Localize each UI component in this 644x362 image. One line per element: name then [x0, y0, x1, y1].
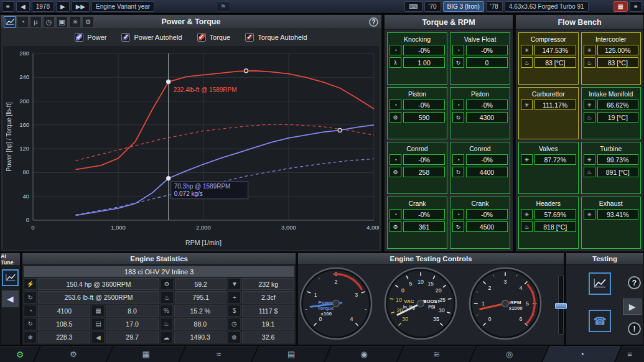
engine-icon: ⚙ [70, 350, 77, 359]
stat-value: 88.0 [174, 318, 226, 330]
card-title: Valves [521, 144, 576, 152]
graph-mode-button[interactable] [2, 269, 19, 286]
power-icon: ⚡ [24, 278, 37, 290]
slider-knob[interactable] [555, 303, 567, 309]
dyno-call-button[interactable]: ☎ [589, 310, 611, 332]
intake-manifold-card: Intake Manifold ✳66.62% ♨19 [°C] [581, 87, 642, 139]
tab-fuel-system[interactable]: ◉ [325, 346, 403, 362]
engine-family-tab[interactable]: BIG 3 (Iron) [443, 1, 484, 12]
topbar-menu-button[interactable]: ≡ [630, 1, 642, 12]
timing-view-button[interactable]: ◷ [43, 16, 55, 28]
stress-gauge-icon: ◔ [390, 154, 401, 165]
production-icon: ▤ [91, 318, 105, 330]
last-year-button[interactable]: ▶▶ [72, 1, 90, 12]
stress-value: -0% [466, 209, 508, 220]
rename-button[interactable]: ⌨ [404, 1, 422, 12]
alert-button[interactable]: ! [628, 322, 641, 335]
torque-rpm-cards: Knocking ◔-0% λ1.00 Valve Float ◔-0% ↻0 … [385, 30, 513, 251]
svg-text:3: 3 [504, 279, 507, 285]
smoothness-icon: ⚙ [161, 278, 174, 290]
part-icon: ⚙ [390, 221, 401, 232]
chart-area: 0408012016020024028001,0002,0003,0004,00… [1, 45, 381, 251]
svg-text:x1000: x1000 [509, 305, 523, 311]
help-button[interactable]: ? [369, 17, 378, 27]
next-step-button[interactable]: ▶ [623, 299, 642, 315]
tab-top-end[interactable]: ▤ [252, 346, 330, 362]
bottom-area: AI Tune ◀ Engine Statistics 183 ci OHV 2… [0, 253, 644, 345]
legend-torque-autoheld[interactable]: Torque Autoheld [245, 33, 307, 42]
friction-view-button[interactable]: µ [30, 16, 42, 28]
power-torque-chart[interactable]: 0408012016020024028001,0002,0003,0004,00… [3, 46, 379, 250]
engine-testing-controls-panel: Engine Testing Controls 01234PowerTorque… [297, 253, 564, 345]
svg-text:1: 1 [314, 292, 317, 298]
torque-autoheld-checkbox[interactable] [245, 33, 254, 42]
stats-row: ⚡150.4 hp @ 3600RPM ⚙59.2 ▼232 kg [24, 278, 294, 290]
card-title: Conrod [390, 144, 445, 152]
tab-forced-induction[interactable]: ◎ [470, 346, 549, 362]
overlay-view-button[interactable]: ▣ [56, 16, 68, 28]
line-chart-icon [5, 18, 15, 26]
tab-engine[interactable]: ⚙ [34, 346, 113, 362]
power-autoheld-checkbox[interactable] [121, 33, 130, 42]
muted-flag-button[interactable]: ⚑ [216, 1, 230, 12]
next-year-button[interactable]: ▶ [56, 1, 70, 12]
variant-year-value: 1978 [32, 1, 54, 12]
help-button[interactable]: ? [628, 276, 641, 289]
cylinder-head-icon: ▤ [287, 350, 295, 359]
stat-value: 17.0 [106, 318, 158, 330]
limit-value: 361 [403, 221, 445, 232]
line-chart-tool-button[interactable] [4, 16, 16, 28]
line-chart-icon [5, 273, 16, 282]
limit-value: 1.00 [403, 57, 445, 68]
flow-bench-panel: Flow Bench Compressor ✳147.53% ♨83 [°C] … [515, 14, 644, 252]
chart-legend: Power Power Autoheld Torque Torque Autoh… [1, 29, 381, 45]
stress-gauge-icon: ◔ [390, 209, 401, 220]
temp-value: 83 [°C] [534, 57, 576, 68]
app-menu-button[interactable]: ≡ [2, 1, 14, 12]
throttle-slider[interactable] [558, 275, 564, 335]
tab-testing[interactable]: ◔ [543, 346, 621, 362]
flow-icon: ✳ [584, 209, 595, 220]
settings-view-button[interactable]: ⚙ [82, 16, 94, 28]
economy-stat: 15.2 % [174, 305, 226, 317]
prev-year-button[interactable]: ◀ [16, 1, 30, 12]
svg-text:2,000: 2,000 [196, 224, 211, 231]
legend-power[interactable]: Power [75, 33, 106, 42]
designer-tab-bar: ⚙ ⚙ ▦ ≈ ▤ ◉ ≋ ◎ ◔ ≡ [0, 346, 644, 362]
stress-value: -0% [403, 45, 445, 55]
tab-engine-summary[interactable]: ⚙ [0, 346, 40, 362]
flow-icon: ✳ [521, 45, 533, 55]
dyno-icon: ◔ [579, 350, 584, 359]
stat-value: 29.7 [106, 332, 158, 343]
svg-text:0.072 kg/s: 0.072 kg/s [174, 190, 203, 197]
svg-text:280: 280 [19, 50, 29, 57]
svg-text:RPM [1/min]: RPM [1/min] [185, 239, 222, 246]
torque-rpm-header: Torque & RPM [385, 15, 513, 30]
back-button[interactable]: ◀ [2, 290, 19, 307]
testing-panel: Testing ? ▶ ☎ ! [566, 253, 644, 345]
temperature-icon: ♨ [521, 57, 533, 68]
svg-text:70.3hp @ 1589RPM: 70.3hp @ 1589RPM [174, 183, 231, 190]
torque-checkbox[interactable] [197, 33, 206, 42]
flow-icon: ✳ [584, 45, 595, 55]
tab-bottom-end[interactable]: ≈ [180, 346, 258, 362]
markets-button[interactable]: ▦ [614, 1, 628, 12]
testing-title: Testing [566, 253, 643, 265]
legend-power-autoheld[interactable]: Power Autoheld [121, 33, 182, 42]
stress-gauge-icon: ◔ [452, 154, 464, 165]
tab-engine-block[interactable]: ▦ [107, 346, 185, 362]
chart-toolbar: ◔ µ ◷ ▣ ✳ ⚙ [4, 16, 94, 28]
power-checkbox[interactable] [75, 33, 83, 42]
flag-icon: ⚑ [220, 3, 226, 10]
engine-variant-tab[interactable]: 4.63x3.63 Forged Turbo 91 [505, 1, 589, 12]
tab-exhaust[interactable]: ≋ [398, 346, 476, 362]
legend-torque[interactable]: Torque [197, 33, 231, 42]
svg-text:240: 240 [19, 73, 29, 80]
gauge-view-button[interactable]: ◔ [17, 16, 29, 28]
flow-view-button[interactable]: ✳ [69, 16, 81, 28]
dyno-graph-button[interactable] [589, 272, 611, 295]
temperature-icon: ♨ [584, 112, 595, 123]
cooling-icon: ❄ [24, 332, 37, 343]
limit-value: 258 [403, 167, 445, 177]
rpm-icon: ↻ [452, 167, 464, 177]
